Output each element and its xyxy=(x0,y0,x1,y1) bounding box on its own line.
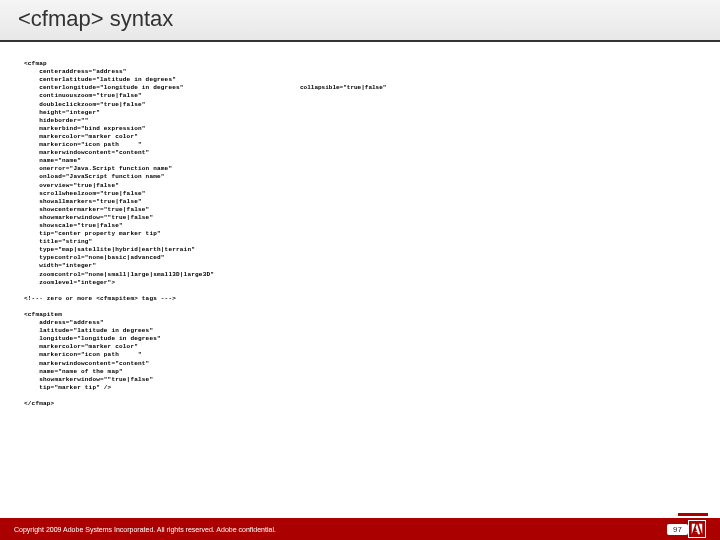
code-line: name="name" xyxy=(24,157,81,164)
code-line: markericon="icon path " xyxy=(24,351,142,358)
code-line: onerror="Java.Script function name" xyxy=(24,165,172,172)
footer-bar: Copyright 2009 Adobe Systems Incorporate… xyxy=(0,518,720,540)
code-comment: <!--- zero or more <cfmapitem> tags ---> xyxy=(24,295,176,302)
code-line: height="integer" xyxy=(24,109,100,116)
code-line: name="name of the map" xyxy=(24,368,123,375)
code-line: showallmarkers="true|false" xyxy=(24,198,142,205)
code-line: markerwindowcontent="content" xyxy=(24,360,149,367)
slide-header: <cfmap> syntax xyxy=(0,0,720,42)
code-line: overview="true|false" xyxy=(24,182,119,189)
code-line: showmarkerwindow=""true|false" xyxy=(24,214,153,221)
code-line: address="address" xyxy=(24,319,104,326)
code-line: zoomcontrol="none|small|large|small3D|la… xyxy=(24,271,214,278)
code-attr-collapsible: collapsible="true|false" xyxy=(300,84,386,91)
code-line: showcentermarker="true|false" xyxy=(24,206,149,213)
code-block: <cfmap centeraddress="address" centerlat… xyxy=(0,42,720,408)
code-line: markercolor="marker color" xyxy=(24,343,138,350)
code-line: markercolor="marker color" xyxy=(24,133,138,140)
slide-title: <cfmap> syntax xyxy=(18,6,702,32)
code-line: type="map|satellite|hybrid|earth|terrain… xyxy=(24,246,195,253)
code-line: doubleclickzoom="true|false" xyxy=(24,101,146,108)
code-line: latitude="latitude in degrees" xyxy=(24,327,153,334)
code-line: <cfmap xyxy=(24,60,47,67)
code-line: showmarkerwindow=""true|false" xyxy=(24,376,153,383)
code-line: showscale="true|false" xyxy=(24,222,123,229)
code-line: centerlongitude="longitude in degrees" xyxy=(24,84,184,91)
code-line: hideborder="" xyxy=(24,117,89,124)
code-line: typecontrol="none|basic|advanced" xyxy=(24,254,165,261)
adobe-logo-icon xyxy=(688,520,706,538)
code-line: zoomlevel="integer"> xyxy=(24,279,115,286)
code-line: markerwindowcontent="content" xyxy=(24,149,149,156)
code-line: </cfmap> xyxy=(24,400,54,407)
code-line: markericon="icon path " xyxy=(24,141,142,148)
code-line: tip="marker tip" /> xyxy=(24,384,111,391)
copyright-text: Copyright 2009 Adobe Systems Incorporate… xyxy=(14,526,647,533)
code-line: width="integer" xyxy=(24,262,96,269)
code-line: onload="JavaScript function name" xyxy=(24,173,165,180)
accent-bar xyxy=(678,513,708,516)
code-line: tip="center property marker tip" xyxy=(24,230,161,237)
code-line: title="string" xyxy=(24,238,92,245)
code-line: markerbind="bind expression" xyxy=(24,125,146,132)
code-line: longitude="longitude in degrees" xyxy=(24,335,161,342)
code-line: centerlatitude="latitude in degrees" xyxy=(24,76,176,83)
code-line: <cfmapitem xyxy=(24,311,62,318)
page-number: 97 xyxy=(667,524,688,535)
code-line: continuouszoom="true|false" xyxy=(24,92,142,99)
code-line: scrollwheelzoom="true|false" xyxy=(24,190,146,197)
code-line: centeraddress="address" xyxy=(24,68,127,75)
